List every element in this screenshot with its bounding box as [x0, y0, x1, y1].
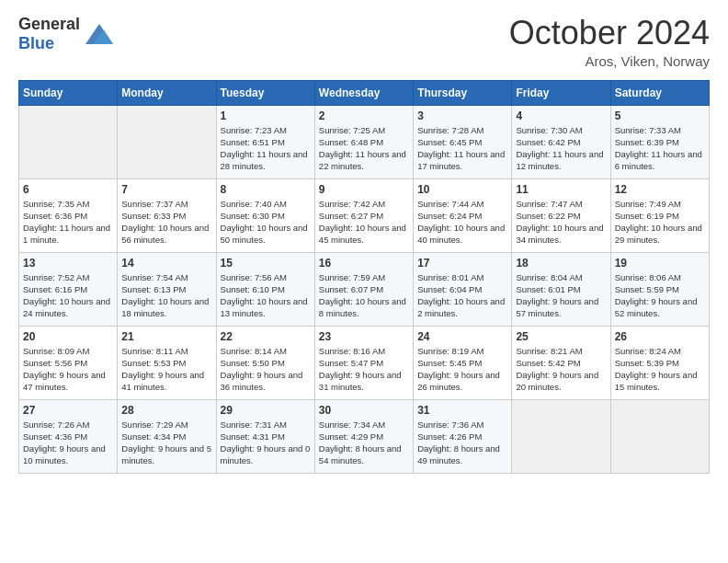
day-number: 1	[221, 109, 311, 122]
cell-info: Sunrise: 8:06 AMSunset: 5:59 PMDaylight:…	[615, 271, 705, 320]
calendar-cell: 6Sunrise: 7:35 AMSunset: 6:36 PMDaylight…	[19, 178, 118, 252]
cell-info: Sunrise: 7:49 AMSunset: 6:19 PMDaylight:…	[615, 198, 705, 247]
calendar-cell: 17Sunrise: 8:01 AMSunset: 6:04 PMDayligh…	[414, 252, 512, 326]
day-number: 27	[23, 404, 113, 417]
logo-icon	[85, 24, 113, 44]
day-number: 30	[319, 404, 409, 417]
day-number: 9	[319, 183, 409, 196]
logo: General Blue	[18, 15, 113, 53]
logo-blue: Blue	[18, 34, 54, 52]
cell-info: Sunrise: 8:16 AMSunset: 5:47 PMDaylight:…	[319, 345, 409, 394]
calendar-cell: 13Sunrise: 7:52 AMSunset: 6:16 PMDayligh…	[19, 252, 118, 326]
header-day-sunday: Sunday	[19, 80, 118, 105]
calendar-cell: 16Sunrise: 7:59 AMSunset: 6:07 PMDayligh…	[314, 252, 413, 326]
week-row-2: 6Sunrise: 7:35 AMSunset: 6:36 PMDaylight…	[19, 178, 710, 252]
week-row-3: 13Sunrise: 7:52 AMSunset: 6:16 PMDayligh…	[19, 252, 710, 326]
day-number: 29	[221, 404, 311, 417]
header-day-tuesday: Tuesday	[216, 80, 314, 105]
day-number: 19	[615, 257, 705, 270]
calendar-cell: 4Sunrise: 7:30 AMSunset: 6:42 PMDaylight…	[512, 105, 610, 178]
cell-info: Sunrise: 7:26 AMSunset: 4:36 PMDaylight:…	[23, 419, 113, 467]
calendar-cell: 25Sunrise: 8:21 AMSunset: 5:42 PMDayligh…	[512, 326, 610, 399]
cell-info: Sunrise: 7:37 AMSunset: 6:33 PMDaylight:…	[121, 198, 211, 247]
cell-info: Sunrise: 7:54 AMSunset: 6:13 PMDaylight:…	[121, 271, 211, 320]
calendar-cell: 20Sunrise: 8:09 AMSunset: 5:56 PMDayligh…	[19, 326, 118, 399]
header-day-saturday: Saturday	[610, 80, 709, 105]
cell-info: Sunrise: 7:23 AMSunset: 6:51 PMDaylight:…	[221, 124, 311, 173]
cell-info: Sunrise: 7:47 AMSunset: 6:22 PMDaylight:…	[516, 198, 606, 247]
day-number: 23	[319, 330, 409, 343]
day-number: 17	[417, 257, 507, 270]
calendar-cell: 23Sunrise: 8:16 AMSunset: 5:47 PMDayligh…	[314, 326, 413, 399]
cell-info: Sunrise: 8:11 AMSunset: 5:53 PMDaylight:…	[121, 345, 211, 394]
calendar-cell: 21Sunrise: 8:11 AMSunset: 5:53 PMDayligh…	[118, 326, 216, 399]
day-number: 13	[23, 257, 113, 270]
page-header: General Blue October 2024 Aros, Viken, N…	[18, 15, 710, 69]
logo-general: General	[18, 15, 80, 33]
cell-info: Sunrise: 8:21 AMSunset: 5:42 PMDaylight:…	[516, 345, 606, 394]
day-number: 24	[417, 330, 507, 343]
calendar-cell: 12Sunrise: 7:49 AMSunset: 6:19 PMDayligh…	[610, 178, 709, 252]
calendar-cell: 28Sunrise: 7:29 AMSunset: 4:34 PMDayligh…	[118, 399, 216, 473]
cell-info: Sunrise: 7:34 AMSunset: 4:29 PMDaylight:…	[319, 419, 409, 467]
day-number: 28	[121, 404, 211, 417]
day-number: 6	[23, 183, 113, 196]
cell-info: Sunrise: 7:30 AMSunset: 6:42 PMDaylight:…	[516, 124, 606, 173]
calendar-cell: 14Sunrise: 7:54 AMSunset: 6:13 PMDayligh…	[118, 252, 216, 326]
cell-info: Sunrise: 8:19 AMSunset: 5:45 PMDaylight:…	[417, 345, 507, 394]
cell-info: Sunrise: 8:14 AMSunset: 5:50 PMDaylight:…	[221, 345, 311, 394]
day-number: 11	[516, 183, 606, 196]
week-row-1: 1Sunrise: 7:23 AMSunset: 6:51 PMDaylight…	[19, 105, 710, 178]
calendar-cell	[610, 399, 709, 473]
calendar-cell: 19Sunrise: 8:06 AMSunset: 5:59 PMDayligh…	[610, 252, 709, 326]
calendar-cell: 27Sunrise: 7:26 AMSunset: 4:36 PMDayligh…	[19, 399, 118, 473]
day-number: 18	[516, 257, 606, 270]
cell-info: Sunrise: 7:35 AMSunset: 6:36 PMDaylight:…	[23, 198, 113, 247]
calendar-cell: 24Sunrise: 8:19 AMSunset: 5:45 PMDayligh…	[414, 326, 512, 399]
calendar-cell: 31Sunrise: 7:36 AMSunset: 4:26 PMDayligh…	[414, 399, 512, 473]
calendar-cell: 11Sunrise: 7:47 AMSunset: 6:22 PMDayligh…	[512, 178, 610, 252]
logo-text: General Blue	[18, 15, 80, 53]
day-number: 26	[615, 330, 705, 343]
calendar-cell: 5Sunrise: 7:33 AMSunset: 6:39 PMDaylight…	[610, 105, 709, 178]
day-number: 4	[516, 109, 606, 122]
calendar-cell: 22Sunrise: 8:14 AMSunset: 5:50 PMDayligh…	[216, 326, 314, 399]
location: Aros, Viken, Norway	[509, 53, 710, 69]
cell-info: Sunrise: 7:42 AMSunset: 6:27 PMDaylight:…	[319, 198, 409, 247]
calendar-cell: 30Sunrise: 7:34 AMSunset: 4:29 PMDayligh…	[314, 399, 413, 473]
cell-info: Sunrise: 7:28 AMSunset: 6:45 PMDaylight:…	[417, 124, 507, 173]
day-number: 22	[221, 330, 311, 343]
cell-info: Sunrise: 7:33 AMSunset: 6:39 PMDaylight:…	[615, 124, 705, 173]
calendar-cell: 7Sunrise: 7:37 AMSunset: 6:33 PMDaylight…	[118, 178, 216, 252]
day-number: 15	[221, 257, 311, 270]
cell-info: Sunrise: 7:56 AMSunset: 6:10 PMDaylight:…	[221, 271, 311, 320]
cell-info: Sunrise: 8:09 AMSunset: 5:56 PMDaylight:…	[23, 345, 113, 394]
day-number: 5	[615, 109, 705, 122]
month-year: October 2024	[509, 15, 710, 52]
cell-info: Sunrise: 7:59 AMSunset: 6:07 PMDaylight:…	[319, 271, 409, 320]
header-day-friday: Friday	[512, 80, 610, 105]
cell-info: Sunrise: 7:36 AMSunset: 4:26 PMDaylight:…	[417, 419, 507, 467]
week-row-4: 20Sunrise: 8:09 AMSunset: 5:56 PMDayligh…	[19, 326, 710, 399]
week-row-5: 27Sunrise: 7:26 AMSunset: 4:36 PMDayligh…	[19, 399, 710, 473]
day-number: 14	[121, 257, 211, 270]
calendar-cell	[19, 105, 118, 178]
header-row: SundayMondayTuesdayWednesdayThursdayFrid…	[19, 80, 710, 105]
day-number: 2	[319, 109, 409, 122]
day-number: 20	[23, 330, 113, 343]
calendar-cell: 26Sunrise: 8:24 AMSunset: 5:39 PMDayligh…	[610, 326, 709, 399]
cell-info: Sunrise: 7:25 AMSunset: 6:48 PMDaylight:…	[319, 124, 409, 173]
cell-info: Sunrise: 7:29 AMSunset: 4:34 PMDaylight:…	[121, 419, 211, 467]
header-day-wednesday: Wednesday	[314, 80, 413, 105]
header-day-monday: Monday	[118, 80, 216, 105]
day-number: 16	[319, 257, 409, 270]
cell-info: Sunrise: 7:31 AMSunset: 4:31 PMDaylight:…	[221, 419, 311, 467]
calendar-cell: 8Sunrise: 7:40 AMSunset: 6:30 PMDaylight…	[216, 178, 314, 252]
calendar-cell: 1Sunrise: 7:23 AMSunset: 6:51 PMDaylight…	[216, 105, 314, 178]
calendar-cell: 18Sunrise: 8:04 AMSunset: 6:01 PMDayligh…	[512, 252, 610, 326]
calendar-table: SundayMondayTuesdayWednesdayThursdayFrid…	[18, 80, 710, 474]
title-block: October 2024 Aros, Viken, Norway	[509, 15, 710, 69]
cell-info: Sunrise: 7:44 AMSunset: 6:24 PMDaylight:…	[417, 198, 507, 247]
calendar-cell: 15Sunrise: 7:56 AMSunset: 6:10 PMDayligh…	[216, 252, 314, 326]
day-number: 31	[417, 404, 507, 417]
